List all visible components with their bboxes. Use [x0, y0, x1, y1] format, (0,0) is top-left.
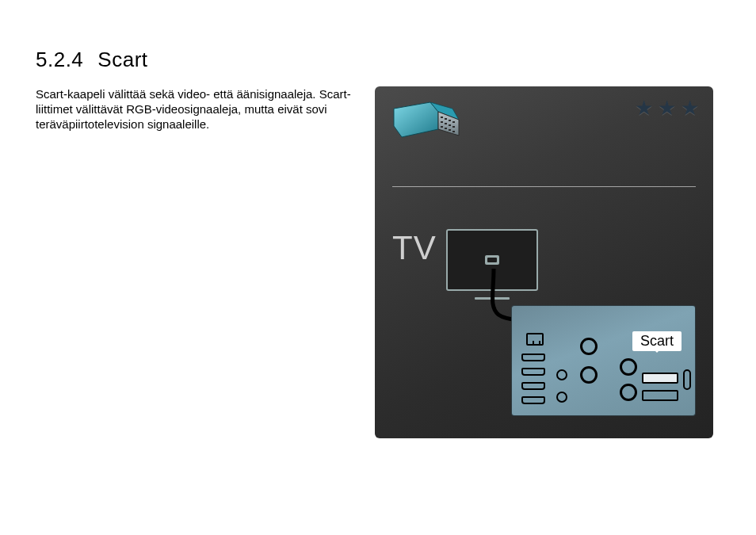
section-heading: 5.2.4Scart	[36, 48, 720, 72]
manual-page: 5.2.4Scart Scart-kaapeli välittää sekä v…	[0, 0, 756, 535]
component-jack-icon	[620, 358, 637, 376]
svg-rect-5	[449, 120, 451, 121]
star-icon: ★	[658, 97, 676, 118]
panel-col-left	[521, 314, 545, 407]
svg-rect-4	[445, 118, 447, 120]
svg-rect-13	[449, 129, 451, 131]
content-row: Scart-kaapeli välittää sekä video- että …	[36, 86, 720, 438]
scart-connector-icon	[389, 101, 462, 147]
av-jack-icon	[556, 369, 567, 380]
tv-icon	[446, 229, 538, 300]
component-jack-icon	[620, 384, 637, 401]
connection-panel	[511, 305, 696, 416]
svg-rect-6	[452, 121, 455, 123]
hdmi-port-icon	[521, 368, 545, 376]
av-jack-icon	[556, 392, 567, 403]
svg-rect-10	[452, 126, 455, 128]
svg-marker-0	[394, 102, 438, 137]
panel-col-center	[580, 314, 598, 407]
svg-rect-9	[449, 124, 451, 126]
hdmi-port-icon	[521, 353, 545, 361]
svg-rect-7	[441, 121, 443, 123]
svg-rect-8	[445, 123, 447, 124]
star-icon: ★	[635, 97, 653, 118]
scart-port-icon	[642, 390, 678, 401]
component-jack-icon	[580, 338, 598, 355]
tv-label: TV	[392, 229, 437, 267]
scart-port-icon	[642, 373, 678, 384]
svg-rect-12	[445, 128, 447, 129]
scart-callout-label: Scart	[632, 331, 682, 351]
ci-slot-icon	[683, 369, 691, 390]
panel-col-av	[556, 314, 567, 407]
divider-line	[392, 186, 696, 187]
panel-col-scart	[620, 314, 691, 407]
lan-port-icon	[526, 333, 544, 346]
star-icon: ★	[681, 97, 699, 118]
svg-rect-14	[452, 131, 455, 132]
hdmi-port-icon	[521, 382, 545, 390]
illustration-panel: ★ ★ ★	[375, 86, 713, 438]
component-jack-icon	[580, 366, 598, 384]
svg-rect-3	[441, 117, 443, 118]
hdmi-port-icon	[521, 396, 545, 404]
section-number: 5.2.4	[36, 48, 83, 71]
section-title: Scart	[97, 48, 147, 71]
quality-rating: ★ ★ ★	[635, 97, 699, 118]
body-paragraph: Scart-kaapeli välittää sekä video- että …	[36, 86, 361, 132]
svg-rect-11	[441, 126, 443, 128]
